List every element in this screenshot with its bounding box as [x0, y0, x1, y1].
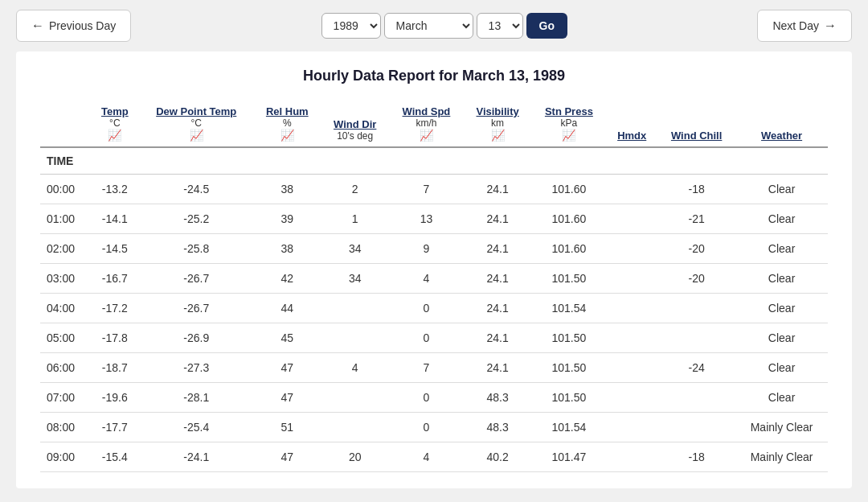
wind-spd-chart-icon[interactable]: 📈: [395, 129, 457, 142]
table-cell: -26.9: [139, 323, 253, 353]
table-cell: 51: [253, 413, 321, 442]
table-header-row: Temp °C 📈 Dew Point Temp °C 📈 Rel Hum % …: [40, 101, 828, 147]
next-day-button[interactable]: Next Day →: [757, 10, 852, 42]
table-cell: 24.1: [464, 204, 532, 234]
table-cell: 101.50: [531, 264, 606, 294]
table-cell: Clear: [735, 204, 828, 234]
col-header-hmdx: Hmdx: [606, 101, 657, 147]
left-arrow-icon: ←: [31, 19, 44, 33]
table-cell: [606, 264, 657, 294]
table-cell: [606, 294, 657, 323]
table-cell: 4: [389, 442, 464, 472]
table-cell: Clear: [735, 294, 828, 323]
year-select[interactable]: 1989: [321, 13, 381, 39]
table-cell: -18: [657, 175, 735, 204]
table-cell: 04:00: [40, 294, 90, 323]
prev-day-button[interactable]: ← Previous Day: [16, 10, 131, 42]
table-cell: 7: [389, 353, 464, 383]
report-title: Hourly Data Report for March 13, 1989: [40, 68, 828, 84]
table-cell: 34: [321, 234, 389, 264]
table-row: 01:00-14.1-25.23911324.1101.60-21Clear: [40, 204, 828, 234]
rel-hum-chart-icon[interactable]: 📈: [260, 129, 314, 142]
table-row: 06:00-18.7-27.3474724.1101.50-24Clear: [40, 353, 828, 383]
table-cell: Clear: [735, 234, 828, 264]
table-cell: [606, 383, 657, 413]
go-button[interactable]: Go: [526, 13, 567, 39]
table-cell: Clear: [735, 323, 828, 353]
table-cell: 0: [389, 323, 464, 353]
table-cell: 24.1: [464, 175, 532, 204]
col-header-dew-point: Dew Point Temp °C 📈: [139, 101, 253, 147]
table-cell: -17.7: [90, 413, 139, 442]
table-cell: [657, 413, 735, 442]
table-cell: [657, 294, 735, 323]
table-row: 02:00-14.5-25.83834924.1101.60-20Clear: [40, 234, 828, 264]
table-cell: -24.1: [139, 442, 253, 472]
table-cell: 13: [389, 204, 464, 234]
table-cell: 38: [253, 175, 321, 204]
time-label-row: TIME: [40, 147, 828, 175]
table-cell: 02:00: [40, 234, 90, 264]
table-cell: 101.50: [531, 383, 606, 413]
table-cell: 101.50: [531, 353, 606, 383]
table-cell: -14.1: [90, 204, 139, 234]
table-cell: [321, 383, 389, 413]
table-cell: [606, 413, 657, 442]
table-row: 04:00-17.2-26.744024.1101.54Clear: [40, 294, 828, 323]
table-cell: -13.2: [90, 175, 139, 204]
table-cell: [606, 353, 657, 383]
table-cell: -27.3: [139, 353, 253, 383]
table-row: 09:00-15.4-24.14720440.2101.47-18Mainly …: [40, 442, 828, 472]
table-cell: 101.54: [531, 294, 606, 323]
table-cell: 101.47: [531, 442, 606, 472]
table-cell: -26.7: [139, 294, 253, 323]
table-cell: 40.2: [464, 442, 532, 472]
col-header-wind-dir: Wind Dir 10's deg: [321, 101, 389, 147]
table-cell: 01:00: [40, 204, 90, 234]
table-cell: [606, 234, 657, 264]
table-cell: 34: [321, 264, 389, 294]
temp-chart-icon[interactable]: 📈: [96, 129, 133, 142]
table-cell: 42: [253, 264, 321, 294]
table-cell: [606, 323, 657, 353]
dew-point-chart-icon[interactable]: 📈: [145, 129, 247, 142]
table-cell: 24.1: [464, 323, 532, 353]
table-cell: -14.5: [90, 234, 139, 264]
stn-press-chart-icon[interactable]: 📈: [538, 129, 600, 142]
col-header-wind-spd: Wind Spd km/h 📈: [389, 101, 464, 147]
table-cell: 09:00: [40, 442, 90, 472]
day-select[interactable]: 1234 5678 9101112 131415 16171819 202122…: [477, 13, 523, 39]
time-column-label: TIME: [40, 147, 90, 175]
table-cell: 0: [389, 413, 464, 442]
month-select[interactable]: JanuaryFebruaryMarch AprilMayJune JulyAu…: [384, 13, 473, 39]
table-cell: Clear: [735, 353, 828, 383]
table-row: 00:00-13.2-24.5382724.1101.60-18Clear: [40, 175, 828, 204]
col-header-temp: Temp °C 📈: [90, 101, 139, 147]
table-cell: Clear: [735, 264, 828, 294]
top-bar: ← Previous Day 1989 JanuaryFebruaryMarch…: [0, 0, 868, 51]
col-header-rel-hum: Rel Hum % 📈: [253, 101, 321, 147]
table-row: 03:00-16.7-26.74234424.1101.50-20Clear: [40, 264, 828, 294]
table-cell: 24.1: [464, 294, 532, 323]
table-cell: -17.2: [90, 294, 139, 323]
table-cell: 101.60: [531, 175, 606, 204]
table-cell: -17.8: [90, 323, 139, 353]
table-cell: 03:00: [40, 264, 90, 294]
table-cell: 2: [321, 175, 389, 204]
main-content: Hourly Data Report for March 13, 1989 Te…: [16, 51, 852, 488]
table-cell: -18.7: [90, 353, 139, 383]
table-cell: 20: [321, 442, 389, 472]
table-cell: [321, 294, 389, 323]
table-cell: -20: [657, 234, 735, 264]
table-cell: -16.7: [90, 264, 139, 294]
col-header-visibility: Visibility km 📈: [464, 101, 532, 147]
visibility-chart-icon[interactable]: 📈: [470, 129, 526, 142]
table-cell: 48.3: [464, 413, 532, 442]
table-cell: [606, 442, 657, 472]
col-header-wind-chill: Wind Chill: [657, 101, 735, 147]
table-cell: 07:00: [40, 383, 90, 413]
table-cell: -18: [657, 442, 735, 472]
data-table: Temp °C 📈 Dew Point Temp °C 📈 Rel Hum % …: [40, 101, 828, 472]
col-header-time: [40, 101, 90, 147]
table-cell: 4: [389, 264, 464, 294]
